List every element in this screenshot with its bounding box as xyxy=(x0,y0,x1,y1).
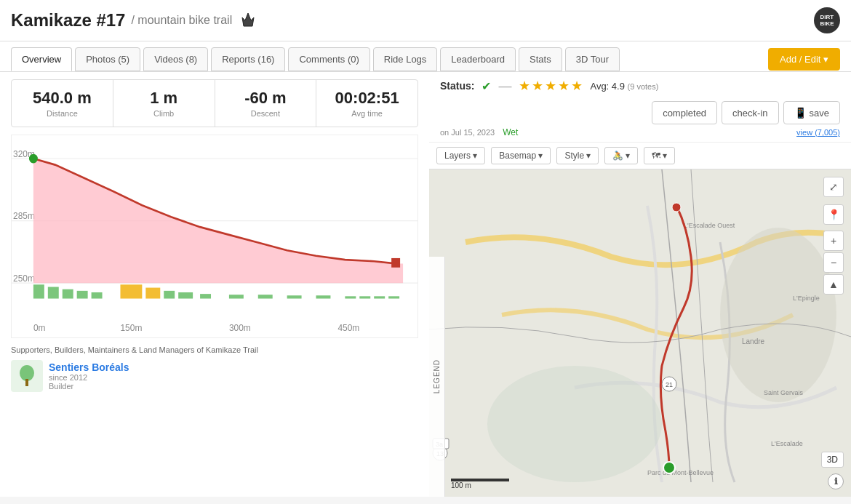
supporter-info: Sentiers Boréals since 2012 Builder xyxy=(49,361,129,391)
page-header: Kamikaze #17 / mountain bike trail DIRTB… xyxy=(0,0,851,41)
supporter-item: Sentiers Boréals since 2012 Builder xyxy=(11,360,418,392)
map-controls: ⤢ 📍 + − ▲ xyxy=(823,177,844,295)
svg-rect-32 xyxy=(25,379,28,386)
tab-videos[interactable]: Videos (8) xyxy=(143,47,208,71)
info-button[interactable]: ℹ xyxy=(828,473,844,489)
status-label: Status: xyxy=(440,80,474,92)
climb-value: 1 m xyxy=(119,89,209,108)
vote-count: (9 votes) xyxy=(628,82,659,91)
star-4: ★ xyxy=(558,78,570,94)
svg-rect-24 xyxy=(258,295,273,298)
map-chevron: ▾ xyxy=(663,151,667,161)
svg-text:L'Escalade: L'Escalade xyxy=(771,440,803,447)
stats-bar: 540.0 m Distance 1 m Climb -60 m Descent… xyxy=(11,79,418,127)
svg-rect-17 xyxy=(92,292,103,299)
status-section: Status: ✔ — ★ ★ ★ ★ ★ Avg: 4.9 (9 votes)… xyxy=(429,72,851,143)
svg-rect-27 xyxy=(345,296,356,298)
map-background: Landre L'Epingle L'Escalade Ouest Saint … xyxy=(429,169,851,497)
svg-rect-28 xyxy=(359,296,370,298)
star-3: ★ xyxy=(545,78,556,94)
map-icon: 🗺 xyxy=(652,151,660,161)
svg-text:L'Escalade Ouest: L'Escalade Ouest xyxy=(684,222,735,229)
svg-rect-22 xyxy=(200,294,211,298)
tab-ride-logs[interactable]: Ride Logs xyxy=(373,47,438,71)
svg-rect-23 xyxy=(229,295,244,298)
svg-text:Parc du Mont-Bellevue: Parc du Mont-Bellevue xyxy=(647,469,714,476)
compass-button[interactable]: ▲ xyxy=(823,274,844,295)
svg-point-35 xyxy=(487,366,662,482)
supporter-role: Builder xyxy=(49,382,129,391)
map-scale: 100 m xyxy=(451,479,509,489)
avg-time-label: Avg time xyxy=(322,109,412,118)
svg-point-11 xyxy=(29,154,38,164)
trail-subtitle: / mountain bike trail xyxy=(131,14,232,27)
tab-3d-tour[interactable]: 3D Tour xyxy=(565,47,620,71)
star-rating: ★ ★ ★ ★ ★ xyxy=(519,78,583,94)
status-date: on Jul 15, 2023 xyxy=(440,128,495,137)
basemap-button[interactable]: Basemap ▾ xyxy=(491,147,551,164)
trailforks-icon xyxy=(238,10,258,31)
star-2: ★ xyxy=(532,78,543,94)
map-extra-button[interactable]: 🗺 ▾ xyxy=(644,147,675,164)
stat-distance: 540.0 m Distance xyxy=(12,80,113,127)
svg-rect-20 xyxy=(164,291,175,299)
elevation-svg: 320m 285m 250m 0m 150m 300m 450m xyxy=(12,135,417,337)
elevation-chart: 320m 285m 250m 0m 150m 300m 450m xyxy=(11,135,418,338)
action-buttons: completed check-in 📱 save xyxy=(652,101,840,124)
tab-photos[interactable]: Photos (5) xyxy=(75,47,140,71)
condition-label: Wet xyxy=(503,127,518,137)
3d-button[interactable]: 3D xyxy=(821,452,844,468)
tab-leaderboard[interactable]: Leaderboard xyxy=(440,47,516,71)
map-area[interactable]: Landre L'Epingle L'Escalade Ouest Saint … xyxy=(429,169,851,497)
style-button[interactable]: Style ▾ xyxy=(556,147,599,164)
check-in-button[interactable]: check-in xyxy=(722,101,778,124)
avg-time-value: 00:02:51 xyxy=(322,89,412,108)
tab-comments[interactable]: Comments (0) xyxy=(288,47,369,71)
supporter-logo-icon xyxy=(14,363,40,389)
distance-label: Distance xyxy=(17,109,107,118)
bike-chevron: ▾ xyxy=(626,151,630,161)
zoom-in-button[interactable]: + xyxy=(823,231,844,251)
svg-rect-19 xyxy=(145,288,160,299)
svg-text:300m: 300m xyxy=(229,323,251,333)
svg-rect-16 xyxy=(77,291,88,299)
nav-tabs-bar: Overview Photos (5) Videos (8) Reports (… xyxy=(0,41,851,72)
layers-button[interactable]: Layers ▾ xyxy=(436,147,485,164)
bike-icon: 🚴 xyxy=(612,151,623,161)
rating-info: Avg: 4.9 (9 votes) xyxy=(590,81,658,92)
svg-text:L'Epingle: L'Epingle xyxy=(793,295,820,302)
add-edit-button[interactable]: Add / Edit ▾ xyxy=(768,48,840,71)
left-panel: 540.0 m Distance 1 m Climb -60 m Descent… xyxy=(0,72,429,497)
main-content: 540.0 m Distance 1 m Climb -60 m Descent… xyxy=(0,72,851,497)
supporter-logo-img xyxy=(11,360,43,392)
bike-button[interactable]: 🚴 ▾ xyxy=(604,147,638,164)
climb-label: Climb xyxy=(119,109,209,118)
distance-value: 540.0 m xyxy=(17,89,107,108)
completed-button[interactable]: completed xyxy=(652,101,717,124)
view-link[interactable]: view (7,005) xyxy=(796,127,840,137)
descent-label: Descent xyxy=(221,109,311,118)
svg-rect-26 xyxy=(316,295,331,298)
supporter-name[interactable]: Sentiers Boréals xyxy=(49,361,129,373)
right-panel: Status: ✔ — ★ ★ ★ ★ ★ Avg: 4.9 (9 votes)… xyxy=(429,72,851,497)
svg-text:21: 21 xyxy=(666,381,673,388)
svg-point-49 xyxy=(672,203,681,212)
tab-reports[interactable]: Reports (16) xyxy=(211,47,285,71)
svg-rect-15 xyxy=(63,289,73,299)
app-logo: DIRTBIKE xyxy=(814,7,840,33)
map-toolbar: Layers ▾ Basemap ▾ Style ▾ 🚴 ▾ 🗺 ▾ xyxy=(429,143,851,169)
save-button[interactable]: 📱 save xyxy=(783,101,840,124)
stat-avg-time: 00:02:51 Avg time xyxy=(316,80,417,127)
zoom-out-button[interactable]: − xyxy=(823,252,844,273)
svg-point-31 xyxy=(20,365,34,381)
stat-descent: -60 m Descent xyxy=(215,80,317,127)
fullscreen-button[interactable]: ⤢ xyxy=(823,177,844,197)
svg-rect-14 xyxy=(48,287,59,299)
tab-stats[interactable]: Stats xyxy=(519,47,562,71)
svg-text:285m: 285m xyxy=(13,211,35,221)
status-dash: — xyxy=(498,79,511,94)
svg-rect-13 xyxy=(33,284,44,298)
tab-overview[interactable]: Overview xyxy=(11,47,72,71)
svg-text:Saint Gervais: Saint Gervais xyxy=(764,389,804,396)
location-button[interactable]: 📍 xyxy=(823,204,844,225)
